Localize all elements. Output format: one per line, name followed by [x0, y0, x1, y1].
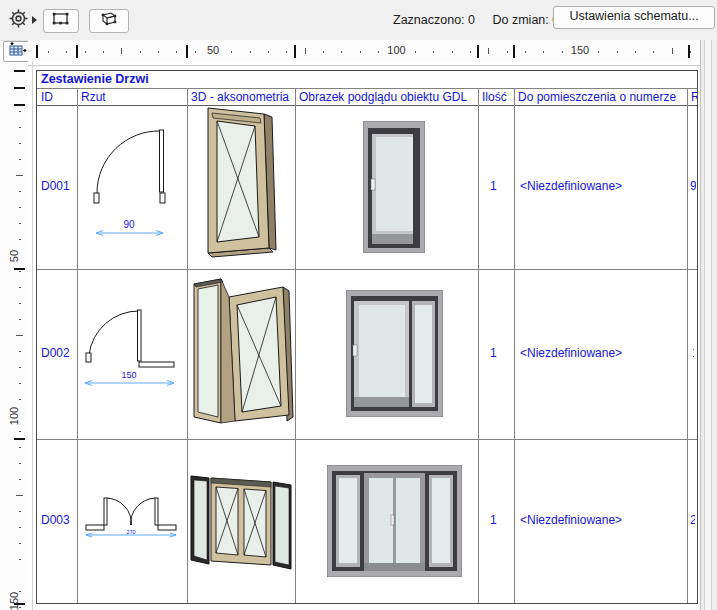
- vruler-label: 100: [8, 403, 20, 429]
- plan-dim-d001: 90: [123, 219, 135, 230]
- schedule-table: Zestawienie Drzwi ID Rzut 3D - aksonomet…: [36, 70, 698, 604]
- cell-qty-d001[interactable]: 1: [490, 179, 497, 193]
- gdl-preview-d002[interactable]: [346, 290, 443, 417]
- flyout-arrow-icon: [32, 16, 37, 24]
- vruler-label: 50: [8, 243, 20, 269]
- cell-room-d002[interactable]: <Niezdefiniowane>: [520, 346, 622, 360]
- selected-label: Zaznaczono:: [393, 13, 465, 27]
- hruler-label: 150: [567, 44, 593, 56]
- plan-drawing-d003[interactable]: 270: [77, 439, 187, 604]
- col-divider-6: [687, 88, 688, 603]
- cell-qty-d003[interactable]: 1: [490, 513, 497, 527]
- horizontal-ruler: 50100150: [28, 40, 700, 62]
- title-divider: [37, 88, 697, 89]
- schedule-window: Zaznaczono: 0 Do zmian: 0 Ustawienia sch…: [0, 0, 717, 610]
- cell-id-d001[interactable]: D001: [41, 179, 70, 193]
- cell-qty-d002[interactable]: 1: [490, 346, 497, 360]
- changes-label: Do zmian:: [493, 13, 549, 27]
- page-guide-vertical: [32, 62, 33, 610]
- header-room[interactable]: Do pomieszczenia o numerze: [518, 90, 676, 104]
- header-quantity[interactable]: Ilość: [482, 90, 507, 104]
- col-divider-4: [478, 88, 479, 603]
- header-plan[interactable]: Rzut: [81, 90, 106, 104]
- cell-room-d003[interactable]: <Niezdefiniowane>: [520, 513, 622, 527]
- col-divider-3: [295, 88, 296, 603]
- ruler-corner-button[interactable]: [3, 41, 31, 62]
- toolbar: Zaznaczono: 0 Do zmian: 0 Ustawienia sch…: [0, 0, 717, 41]
- schedule-orientation-icon: [7, 42, 27, 61]
- cell-id-d003[interactable]: D003: [41, 513, 70, 527]
- hruler-label: 50: [200, 44, 226, 56]
- selection-objects-3d-icon: [97, 10, 121, 32]
- selected-value: 0: [468, 13, 475, 27]
- right-pane-strip: [700, 40, 717, 610]
- cell-width-d001[interactable]: 9: [690, 179, 696, 196]
- plan-dim-d003: 270: [126, 529, 135, 535]
- plan-drawing-d001[interactable]: 90: [77, 105, 187, 269]
- cell-width-d003[interactable]: 2: [690, 513, 695, 530]
- select-objects-button[interactable]: [89, 9, 129, 33]
- axonometry-drawing-d001[interactable]: [187, 105, 295, 269]
- gear-icon: [8, 8, 29, 33]
- select-marquee-button[interactable]: [43, 9, 79, 33]
- selection-status: Zaznaczono: 0 Do zmian: 0: [393, 13, 573, 27]
- vertical-ruler: 50100150: [0, 62, 28, 610]
- hruler-label: 100: [384, 44, 410, 56]
- header-3d[interactable]: 3D - aksonometria: [191, 90, 289, 104]
- schedule-title: Zestawienie Drzwi: [41, 72, 149, 86]
- cell-room-d001[interactable]: <Niezdefiniowane>: [520, 179, 622, 193]
- axonometry-drawing-d003[interactable]: [187, 439, 295, 604]
- header-id[interactable]: ID: [41, 90, 53, 104]
- header-gdl-preview[interactable]: Obrazek podglądu obiektu GDL: [299, 90, 467, 104]
- axonometry-drawing-d002[interactable]: [187, 269, 295, 439]
- selection-marquee-icon: [50, 11, 72, 31]
- cell-width-d002[interactable]: 1: [692, 346, 694, 363]
- schedule-canvas: Zestawienie Drzwi ID Rzut 3D - aksonomet…: [28, 62, 700, 610]
- vruler-label: 150: [8, 588, 20, 610]
- plan-drawing-d002[interactable]: 150: [77, 269, 187, 439]
- header-width-partial[interactable]: R: [691, 90, 698, 104]
- gdl-preview-d003[interactable]: [327, 465, 462, 577]
- right-pane-inner: [704, 40, 712, 610]
- page-guide-horizontal: [28, 65, 700, 66]
- scheme-settings-button[interactable]: Ustawienia schematu...: [553, 6, 715, 29]
- col-divider-5: [514, 88, 515, 603]
- plan-dim-d002: 150: [121, 370, 136, 380]
- gdl-preview-d001[interactable]: [363, 121, 425, 253]
- scheme-settings-flyout-button[interactable]: [8, 9, 38, 31]
- cell-id-d002[interactable]: D002: [41, 346, 70, 360]
